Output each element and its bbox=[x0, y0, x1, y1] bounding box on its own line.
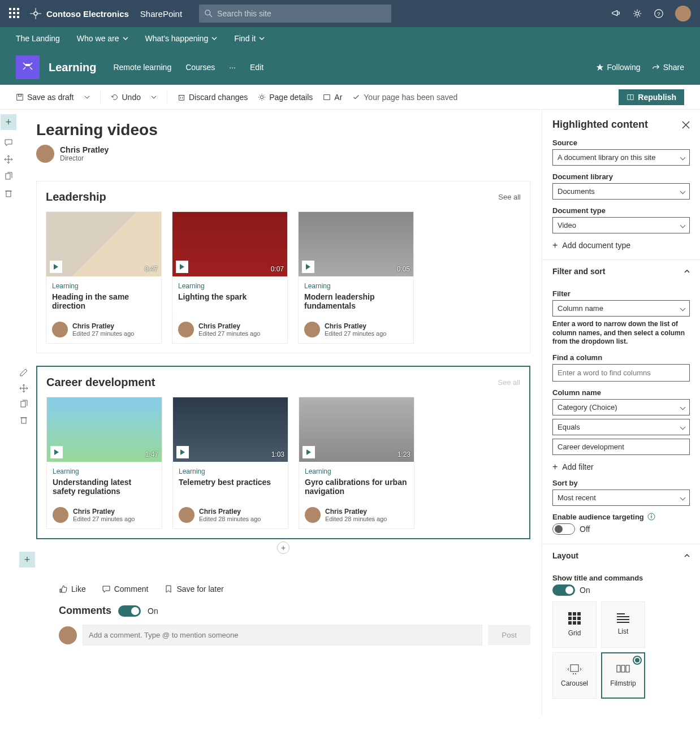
hub-nav-item[interactable]: The Landing bbox=[16, 34, 60, 43]
video-card[interactable]: 0:05 Learning Modern leadership fundamen… bbox=[298, 211, 414, 344]
see-all-link[interactable]: See all bbox=[498, 193, 521, 201]
targeting-toggle[interactable] bbox=[552, 523, 575, 535]
help-icon[interactable]: ? bbox=[654, 8, 664, 19]
settings-icon[interactable] bbox=[632, 8, 642, 19]
like-button[interactable]: Like bbox=[59, 584, 86, 594]
copy-icon[interactable] bbox=[4, 172, 13, 181]
republish-button[interactable]: Republish bbox=[619, 89, 684, 105]
webpart-career[interactable]: Career development See all 1:47 Learning… bbox=[36, 366, 530, 539]
author-avatar bbox=[178, 322, 194, 337]
page-title[interactable]: Learning videos bbox=[36, 121, 530, 139]
video-thumbnail: 1:23 bbox=[299, 397, 414, 462]
svg-point-0 bbox=[34, 12, 37, 15]
doclib-select[interactable]: Documents bbox=[552, 183, 690, 200]
video-title: Gyro calibrations for urban navigation bbox=[305, 478, 408, 497]
comment-field[interactable] bbox=[83, 625, 482, 646]
see-all-link[interactable]: See all bbox=[498, 378, 520, 387]
video-duration: 0:05 bbox=[397, 265, 410, 273]
add-section-line: + bbox=[36, 542, 530, 552]
video-thumbnail: 1:03 bbox=[173, 397, 288, 462]
layout-filmstrip-option[interactable]: Filmstrip bbox=[601, 652, 645, 699]
author-avatar bbox=[52, 322, 68, 337]
edit-icon[interactable] bbox=[19, 368, 28, 377]
save-draft-button[interactable]: Save as draft bbox=[16, 93, 74, 102]
video-category: Learning bbox=[304, 282, 408, 290]
move-icon[interactable] bbox=[19, 384, 28, 393]
info-icon[interactable]: i bbox=[647, 513, 655, 521]
add-webpart-button[interactable]: + bbox=[277, 542, 289, 554]
video-card[interactable]: 1:03 Learning Telemetry best practices C… bbox=[172, 397, 288, 529]
find-column-input[interactable] bbox=[552, 364, 690, 382]
video-card[interactable]: 0:07 Learning Lighting the spark Chris P… bbox=[172, 211, 288, 344]
comment-icon[interactable] bbox=[4, 138, 13, 147]
chevron-down-icon[interactable] bbox=[151, 94, 157, 100]
site-nav-item[interactable]: Courses bbox=[185, 63, 215, 72]
app-name[interactable]: SharePoint bbox=[140, 9, 182, 19]
add-section-button[interactable]: + bbox=[19, 552, 35, 568]
filter-select[interactable]: Column name bbox=[552, 300, 690, 317]
doctype-select[interactable]: Video bbox=[552, 217, 690, 233]
chevron-down-icon bbox=[680, 404, 686, 410]
move-icon[interactable] bbox=[4, 155, 13, 164]
comment-button[interactable]: Comment bbox=[102, 584, 149, 594]
operator-select[interactable]: Equals bbox=[552, 419, 690, 435]
app-launcher-icon[interactable] bbox=[9, 8, 20, 19]
layout-list-option[interactable]: List bbox=[601, 601, 645, 648]
hub-nav-item[interactable]: Who we are bbox=[77, 34, 128, 43]
close-icon[interactable] bbox=[682, 121, 690, 129]
add-filter-button[interactable]: +Add filter bbox=[552, 462, 690, 472]
webpart-leadership[interactable]: Leadership See all 0:47 Learning Heading… bbox=[36, 181, 530, 353]
discard-button[interactable]: Discard changes bbox=[178, 93, 248, 102]
value-input[interactable]: Career development bbox=[552, 439, 690, 455]
column-name-select[interactable]: Category (Choice) bbox=[552, 399, 690, 415]
edited-time: Edited 28 minutes ago bbox=[199, 516, 261, 522]
layout-carousel-option[interactable]: Carousel bbox=[552, 652, 597, 699]
filter-sort-header[interactable]: Filter and sort bbox=[542, 259, 700, 283]
video-card[interactable]: 1:47 Learning Understanding latest safet… bbox=[46, 397, 162, 529]
comments-title: Comments bbox=[59, 605, 111, 617]
delete-icon[interactable] bbox=[4, 189, 13, 198]
video-category: Learning bbox=[178, 282, 282, 290]
hub-nav-item[interactable]: Find it bbox=[234, 34, 265, 43]
video-thumbnail: 1:47 bbox=[47, 397, 162, 462]
layout-header[interactable]: Layout bbox=[542, 544, 700, 567]
show-title-toggle[interactable] bbox=[552, 584, 575, 596]
comments-toggle[interactable] bbox=[118, 605, 141, 617]
share-icon bbox=[652, 63, 660, 71]
site-title[interactable]: Learning bbox=[49, 61, 96, 74]
post-button[interactable]: Post bbox=[488, 625, 530, 645]
hub-nav-item[interactable]: What's happening bbox=[145, 34, 218, 43]
user-avatar[interactable] bbox=[675, 6, 691, 21]
svg-rect-22 bbox=[324, 94, 330, 99]
sortby-select[interactable]: Most recent bbox=[552, 490, 690, 506]
layout-grid-option[interactable]: Grid bbox=[552, 601, 597, 648]
save-icon bbox=[16, 93, 24, 101]
chevron-down-icon bbox=[259, 36, 265, 41]
ar-button[interactable]: Ar bbox=[323, 93, 342, 102]
add-section-button[interactable]: + bbox=[1, 114, 16, 130]
site-logo[interactable] bbox=[16, 55, 40, 79]
add-doctype-button[interactable]: +Add document type bbox=[552, 240, 690, 250]
page-details-button[interactable]: Page details bbox=[258, 93, 313, 102]
delete-icon[interactable] bbox=[19, 415, 28, 425]
search-box[interactable]: Search this site bbox=[199, 5, 391, 23]
tenant-name[interactable]: Contoso Electronics bbox=[46, 9, 129, 19]
megaphone-icon[interactable] bbox=[611, 8, 621, 19]
video-card[interactable]: 1:23 Learning Gyro calibrations for urba… bbox=[299, 397, 414, 529]
copy-icon[interactable] bbox=[19, 400, 28, 409]
undo-button[interactable]: Undo bbox=[111, 93, 141, 102]
source-select[interactable]: A document library on this site bbox=[552, 149, 690, 166]
site-nav-item[interactable]: Remote learning bbox=[113, 63, 171, 72]
author-name: Chris Pratley bbox=[60, 145, 109, 154]
chevron-down-icon[interactable] bbox=[84, 94, 90, 100]
share-button[interactable]: Share bbox=[652, 63, 684, 72]
site-nav-more[interactable]: ··· bbox=[229, 63, 236, 72]
video-card[interactable]: 0:47 Learning Heading in the same direct… bbox=[46, 211, 162, 344]
video-thumbnail: 0:05 bbox=[299, 212, 413, 276]
following-button[interactable]: Following bbox=[596, 63, 641, 72]
save-later-button[interactable]: Save for later bbox=[164, 584, 223, 594]
site-nav-edit[interactable]: Edit bbox=[250, 63, 263, 72]
edited-time: Edited 27 minutes ago bbox=[198, 330, 260, 337]
video-duration: 1:03 bbox=[271, 451, 284, 458]
chevron-up-icon bbox=[684, 553, 690, 558]
